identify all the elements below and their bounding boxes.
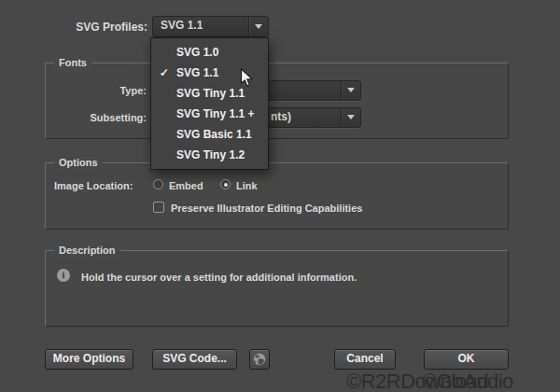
description-groupbox: Description [45, 250, 509, 327]
menu-item-svg-basic-1-1[interactable]: SVG Basic 1.1 [151, 124, 268, 145]
embed-radio[interactable] [153, 179, 163, 189]
chevron-down-icon [347, 88, 355, 96]
mouse-cursor-icon [240, 68, 254, 88]
embed-radio-label[interactable]: Embed [169, 179, 203, 192]
watermark: ©R2RDownload ©GoAudio [346, 370, 560, 392]
svg-code-button[interactable]: SVG Code... [152, 349, 237, 370]
description-text: Hold the cursor over a setting for addit… [81, 271, 357, 284]
dropdown-arrow-zone[interactable] [341, 108, 360, 127]
more-options-button[interactable]: More Options [45, 349, 133, 370]
dropdown-arrow-zone[interactable] [248, 17, 268, 36]
svg-options-dialog: SVG Profiles: SVG 1.1 Fonts Type: Subset… [0, 0, 560, 392]
chevron-down-icon [255, 24, 262, 33]
font-type-label: Type: [37, 84, 147, 97]
image-location-label: Image Location: [54, 179, 133, 192]
checkmark-icon: ✓ [160, 63, 169, 83]
description-group-title: Description [54, 244, 120, 258]
menu-item-svg-tiny-1-2[interactable]: SVG Tiny 1.2 [151, 145, 268, 165]
svg-profiles-label: SVG Profiles: [0, 20, 147, 35]
ok-button[interactable]: OK [424, 349, 509, 370]
options-group-title: Options [54, 156, 103, 170]
svg-profiles-dropdown[interactable]: SVG 1.1 [152, 16, 269, 37]
menu-item-svg-1-0[interactable]: SVG 1.0 [151, 42, 268, 63]
menu-item-svg-tiny-1-1-plus[interactable]: SVG Tiny 1.1 + [151, 104, 268, 124]
link-radio[interactable] [220, 179, 231, 189]
options-groupbox: Options [45, 162, 509, 230]
svg-profile-menu: SVG 1.0 ✓ SVG 1.1 SVG Tiny 1.1 SVG Tiny … [150, 37, 269, 170]
link-radio-label[interactable]: Link [236, 179, 258, 192]
web-preview-button[interactable] [249, 349, 270, 370]
watermark-text-2: ©GoAudio [422, 370, 513, 392]
fonts-group-title: Fonts [54, 56, 91, 70]
preserve-editing-checkbox[interactable] [153, 202, 164, 213]
dropdown-arrow-zone[interactable] [341, 81, 360, 100]
preserve-editing-label[interactable]: Preserve Illustrator Editing Capabilitie… [171, 202, 362, 215]
chevron-down-icon [347, 115, 355, 123]
globe-icon [253, 353, 266, 366]
font-subsetting-label: Subsetting: [37, 111, 147, 124]
info-icon: i [57, 269, 70, 282]
cancel-button[interactable]: Cancel [334, 349, 396, 370]
